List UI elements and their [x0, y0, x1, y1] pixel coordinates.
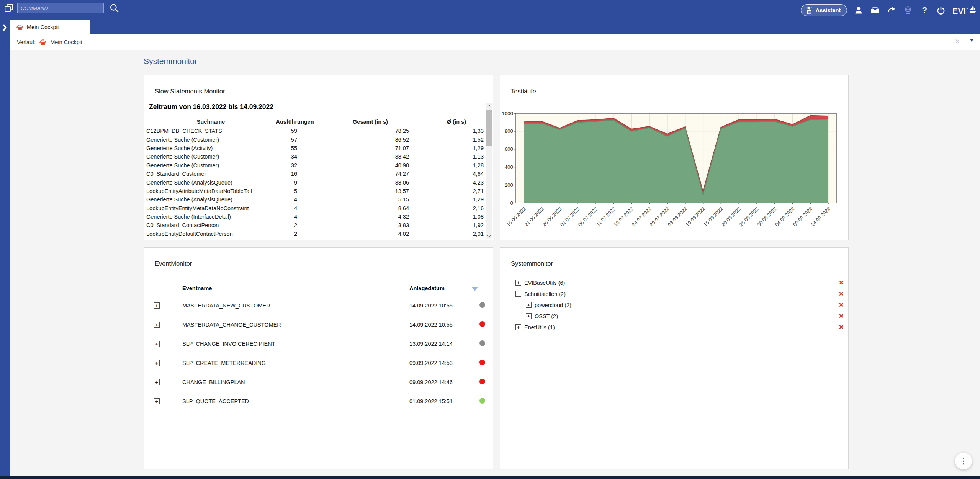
event-table-header: Eventname Anlagedatum	[144, 285, 493, 294]
brand-degree-mark: °	[967, 7, 969, 11]
event-date: 01.09.2022 15:51	[409, 398, 453, 404]
expand-plus-icon[interactable]: +	[515, 324, 521, 330]
history-item[interactable]: Mein Cockpit	[50, 39, 82, 45]
home-icon	[39, 39, 46, 46]
svg-text:200: 200	[504, 182, 513, 188]
delete-icon[interactable]: ✕	[839, 324, 844, 331]
event-row[interactable]: + MASTERDATA_CHANGE_CUSTOMER 14.09.2022 …	[144, 315, 493, 334]
event-date: 13.09.2022 14:14	[409, 341, 453, 347]
expand-plus-icon[interactable]: +	[526, 313, 532, 319]
sort-descending-icon[interactable]	[472, 287, 478, 291]
svg-text:06.07.2022: 06.07.2022	[577, 206, 599, 228]
delete-icon[interactable]: ✕	[839, 290, 844, 298]
search-icon[interactable]	[109, 3, 119, 13]
tree-item-label: OSST (2)	[535, 313, 558, 319]
event-name: CHANGE_BILLINGPLAN	[182, 379, 245, 385]
event-row[interactable]: + SLP_QUOTE_ACCEPTED 01.09.2022 15:51	[144, 392, 493, 411]
brand-text: EVI	[952, 7, 966, 16]
expand-plus-icon[interactable]: +	[154, 322, 160, 328]
history-bar: Verlauf: Mein Cockpit ✕ ▾	[10, 34, 980, 50]
svg-text:600: 600	[504, 146, 513, 152]
expand-plus-icon[interactable]: +	[154, 379, 160, 385]
sailboat-icon	[969, 5, 976, 14]
expand-plus-icon[interactable]: +	[154, 341, 160, 347]
col-gesamt: Gesamt (in s)	[314, 119, 426, 125]
chevron-down-icon[interactable]: ▾	[970, 37, 973, 44]
expand-plus-icon[interactable]: +	[526, 302, 532, 308]
inbox-icon[interactable]	[870, 5, 880, 15]
tree-item[interactable]: + powercloud (2) ✕	[500, 301, 848, 311]
expand-plus-icon[interactable]: +	[154, 302, 160, 309]
assistant-button[interactable]: Assistent	[801, 4, 847, 16]
topbar: Assistent	[0, 0, 980, 20]
event-date: 09.09.2022 14:46	[409, 379, 453, 385]
systemmonitor-panel: Systemmonitor + EVIBaseUtils (6) ✕ − Sch…	[500, 247, 849, 469]
svg-text:14.09.2022: 14.09.2022	[810, 206, 831, 228]
table-row: Generierte Suche (Customer)3240,901,28	[145, 161, 487, 170]
command-input[interactable]	[17, 3, 104, 13]
user-icon[interactable]	[854, 5, 864, 15]
tree-item[interactable]: + EVIBaseUtils (6) ✕	[500, 278, 848, 288]
home-icon	[16, 24, 23, 31]
table-row: Generierte Suche (AnalysisQueue)45,151,2…	[145, 195, 487, 204]
status-dot	[479, 379, 485, 384]
globe-icon[interactable]	[903, 5, 913, 15]
table-row: Generierte Suche (Activity)5571,071,29	[145, 144, 487, 152]
col-eventname[interactable]: Eventname	[182, 285, 212, 291]
table-row: C12BPM_DB_CHECK_STATS5978,251,33	[145, 127, 487, 135]
tree-item[interactable]: + OSST (2) ✕	[500, 312, 848, 322]
svg-text:0: 0	[510, 200, 513, 206]
expand-plus-icon[interactable]: +	[515, 280, 521, 286]
expand-plus-icon[interactable]: +	[154, 360, 160, 366]
redo-icon[interactable]	[887, 5, 897, 15]
scroll-down-button[interactable]	[486, 234, 492, 239]
table-row: Generierte Suche (AnalysisQueue)938,064,…	[145, 178, 487, 186]
delete-icon[interactable]: ✕	[839, 312, 844, 320]
col-avg: Ø (in s)	[426, 119, 487, 125]
table-row: LookupEntityAttributeMetaDataNoTableTail…	[145, 187, 487, 195]
tree-item-label: powercloud (2)	[535, 302, 571, 308]
scroll-up-button[interactable]	[486, 103, 492, 109]
table-row: LookupEntityDefaultContactPerson24,022,0…	[145, 230, 487, 238]
more-actions-button[interactable]: ⋮	[955, 453, 972, 469]
panel-title: Slow Statements Monitor	[155, 88, 225, 95]
tree-item[interactable]: − Schnittstellen (2) ✕	[500, 289, 848, 299]
event-row[interactable]: + SLP_CREATE_METERREADING 09.09.2022 14:…	[144, 353, 493, 373]
close-icon[interactable]: ✕	[955, 38, 960, 46]
event-monitor-panel: EventMonitor Eventname Anlagedatum + MAS…	[144, 247, 493, 469]
event-name: SLP_CHANGE_INVOICERECIPIENT	[182, 341, 275, 347]
event-row[interactable]: + CHANGE_BILLINGPLAN 09.09.2022 14:46	[144, 373, 493, 392]
tree-item-label: EVIBaseUtils (6)	[524, 280, 565, 286]
sidebar-expand-icon[interactable]: ❯	[2, 23, 7, 31]
event-row[interactable]: + SLP_CHANGE_INVOICERECIPIENT 13.09.2022…	[144, 334, 493, 353]
more-vertical-icon: ⋮	[960, 456, 968, 466]
event-name: MASTERDATA_CHANGE_CUSTOMER	[182, 322, 281, 328]
delete-icon[interactable]: ✕	[839, 301, 844, 309]
col-ausfuehrungen: Ausführungen	[275, 119, 314, 125]
panel-title: EventMonitor	[155, 260, 192, 267]
tree-item[interactable]: + EnetUtils (1) ✕	[500, 323, 848, 333]
help-icon[interactable]: ?	[919, 5, 929, 15]
table-header-row: Suchname Ausführungen Gesamt (in s) Ø (i…	[145, 117, 487, 127]
status-dot	[479, 302, 485, 308]
table-row: Generierte Suche (Customer)3438,421,13	[145, 152, 487, 161]
tree-item-label: EnetUtils (1)	[524, 324, 555, 330]
scrollbar-thumb[interactable]	[486, 110, 492, 146]
testlaeufe-chart: 0200400600800100016.06.202221.06.202226.…	[500, 75, 849, 240]
tab-mein-cockpit[interactable]: Mein Cockpit	[10, 20, 90, 34]
panel-title: Systemmonitor	[511, 260, 553, 267]
status-dot	[479, 398, 485, 404]
delete-icon[interactable]: ✕	[839, 279, 844, 286]
table-row: Generierte Suche (InterfaceDetail)44,321…	[145, 213, 487, 221]
event-date: 14.09.2022 10:55	[409, 322, 453, 328]
power-icon[interactable]	[936, 5, 946, 15]
brand-logo: EVI°	[952, 5, 976, 16]
event-name: SLP_CREATE_METERREADING	[182, 360, 266, 366]
col-anlagedatum[interactable]: Anlagedatum	[409, 285, 445, 291]
collapse-minus-icon[interactable]: −	[515, 291, 521, 297]
event-row[interactable]: + MASTERDATA_NEW_CUSTOMER 14.09.2022 10:…	[144, 296, 493, 315]
app-cube-icon[interactable]	[4, 3, 14, 13]
expand-plus-icon[interactable]: +	[154, 398, 160, 404]
vertical-scrollbar[interactable]	[486, 103, 492, 239]
status-dot	[479, 360, 485, 365]
